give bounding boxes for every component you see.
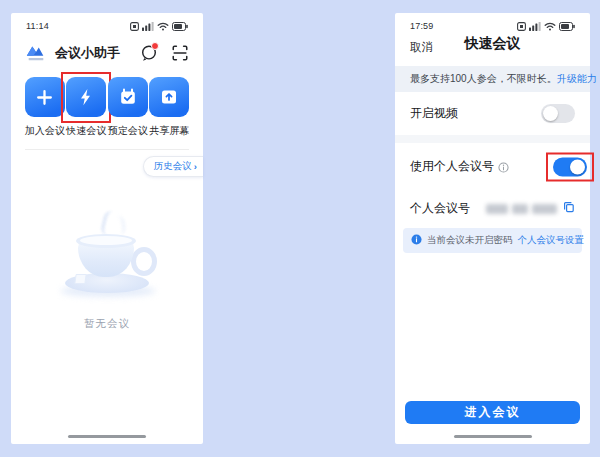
quick-meeting-screen: 17:59 取消 快速会议 最多支持100人参会，不限时长。升级能力 开启视频 … — [395, 13, 590, 444]
plus-icon — [25, 77, 65, 117]
history-meetings-link[interactable]: 历史会议 › — [143, 156, 203, 177]
action-label: 共享屏幕 — [149, 124, 189, 138]
chat-icon[interactable] — [140, 44, 158, 62]
nav-bar: 取消 快速会议 — [395, 32, 590, 60]
status-icons — [130, 17, 188, 35]
notification-dot — [151, 42, 159, 50]
capacity-banner: 最多支持100人参会，不限时长。升级能力 — [395, 66, 590, 92]
empty-state: 暂无会议 — [11, 211, 203, 331]
action-share-screen[interactable]: 共享屏幕 — [149, 77, 191, 138]
app-title: 会议小助手 — [55, 44, 140, 62]
status-bar: 17:59 — [395, 13, 590, 32]
action-label: 加入会议 — [25, 124, 65, 138]
cancel-button[interactable]: 取消 — [410, 40, 433, 55]
app-logo-icon — [25, 42, 47, 64]
hd-icon — [130, 17, 139, 35]
action-label: 快速会议 — [66, 124, 106, 138]
battery-icon — [172, 17, 188, 35]
password-info-bar: 当前会议未开启密码 个人会议号设置 — [403, 228, 582, 253]
divider — [25, 149, 189, 150]
video-label: 开启视频 — [410, 105, 458, 122]
screenshot-canvas: 11:14 会议小助手 — [0, 0, 600, 457]
action-label: 预定会议 — [108, 124, 148, 138]
copy-icon[interactable] — [563, 201, 575, 216]
meeting-id-row: 个人会议号 — [395, 190, 590, 227]
status-time: 11:14 — [26, 21, 49, 31]
wifi-icon — [157, 17, 169, 35]
highlight-box — [546, 152, 594, 181]
empty-state-text: 暂无会议 — [84, 317, 130, 331]
meeting-id-settings-link[interactable]: 个人会议号设置 — [518, 234, 585, 247]
info-outline-icon[interactable] — [498, 162, 509, 173]
upgrade-link[interactable]: 升级能力 — [557, 73, 597, 84]
status-bar: 11:14 — [11, 13, 203, 32]
screen-share-icon — [149, 77, 189, 117]
personal-id-setting-row: 使用个人会议号 — [395, 143, 590, 190]
enter-meeting-button[interactable]: 进入会议 — [405, 401, 580, 424]
app-header: 会议小助手 — [11, 32, 203, 64]
password-info-text: 当前会议未开启密码 — [427, 234, 513, 247]
scan-icon[interactable] — [171, 44, 189, 62]
action-join-meeting[interactable]: 加入会议 — [24, 77, 66, 138]
chevron-right-icon: › — [194, 161, 197, 172]
action-quick-meeting[interactable]: 快速会议 — [66, 77, 108, 138]
action-schedule-meeting[interactable]: 预定会议 — [107, 77, 149, 138]
video-setting-row: 开启视频 — [395, 92, 590, 135]
signal-icon — [142, 17, 154, 35]
video-toggle[interactable] — [541, 104, 575, 123]
section-separator — [395, 135, 590, 143]
calendar-check-icon — [108, 77, 148, 117]
teacup-illustration — [52, 211, 162, 305]
home-indicator[interactable] — [68, 435, 146, 439]
status-time: 17:59 — [410, 21, 434, 31]
personal-id-label: 使用个人会议号 — [410, 158, 494, 175]
home-screen: 11:14 会议小助手 — [11, 13, 203, 444]
action-grid: 加入会议 快速会议 预定会议 — [11, 64, 203, 138]
banner-text: 最多支持100人参会，不限时长。 — [410, 73, 557, 84]
meeting-id-redacted-value — [486, 204, 557, 214]
history-meetings-label: 历史会议 — [154, 160, 192, 173]
home-indicator[interactable] — [454, 435, 532, 439]
steam-decoration — [111, 215, 127, 236]
lightning-icon — [66, 77, 106, 117]
personal-id-toggle[interactable] — [553, 157, 587, 176]
meeting-id-label: 个人会议号 — [410, 200, 470, 217]
info-filled-icon — [411, 234, 422, 247]
